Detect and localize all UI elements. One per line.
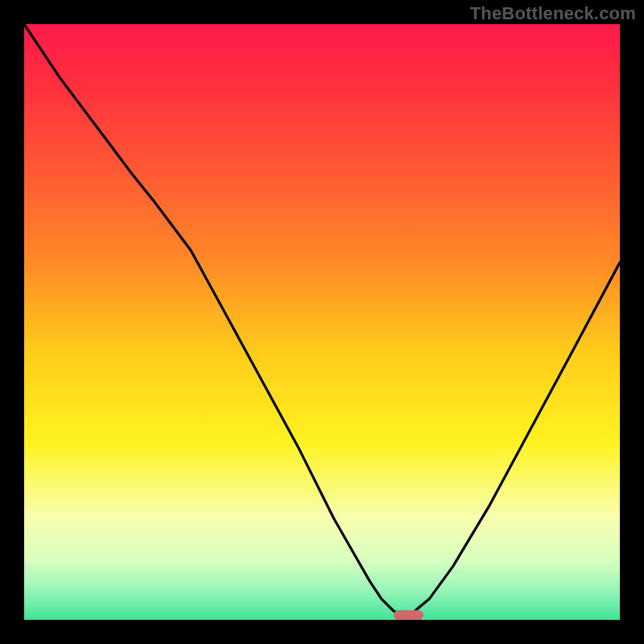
bottleneck-curve xyxy=(24,24,620,620)
chart-frame: TheBottleneck.com xyxy=(0,0,644,644)
plot-area xyxy=(24,24,620,620)
minimum-marker xyxy=(394,610,423,620)
watermark-text: TheBottleneck.com xyxy=(470,3,636,24)
